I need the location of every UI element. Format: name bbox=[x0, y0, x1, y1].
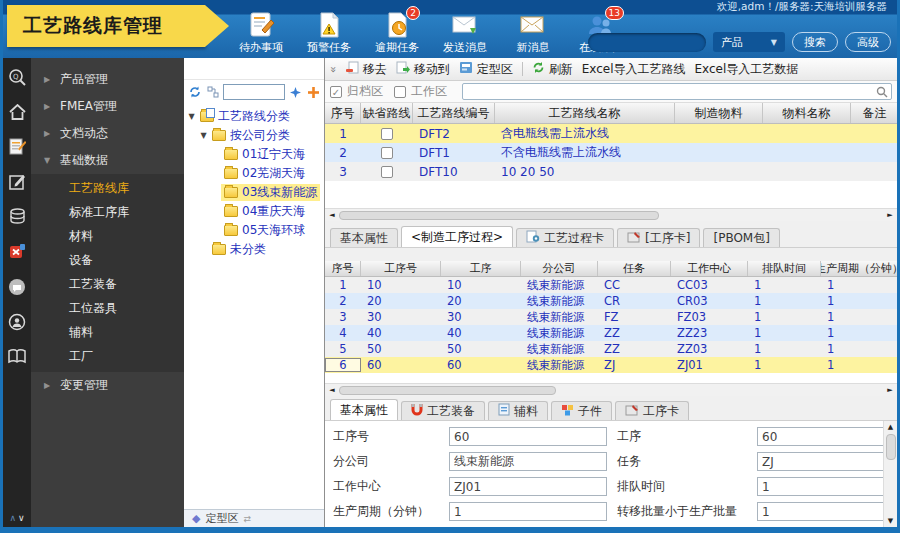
table-row[interactable]: 66060线束新能源ZJZJ0111 bbox=[325, 357, 897, 373]
quick-item-send-message[interactable]: 发送消息 bbox=[439, 12, 491, 55]
sidebar-item-1[interactable]: 标准工序库 bbox=[31, 200, 184, 224]
table-row[interactable]: 2DFT1不含电瓶线需上流水线 bbox=[325, 143, 897, 162]
tab-2[interactable]: 工艺过程卡 bbox=[516, 228, 614, 247]
tab-1[interactable]: <制造工序过程> bbox=[401, 226, 513, 247]
tree-search-blue-button[interactable] bbox=[288, 85, 303, 100]
steps-hscrollbar[interactable]: ◄ ► bbox=[325, 383, 897, 396]
table-row[interactable]: 55050线束新能源ZZZZ0311 bbox=[325, 341, 897, 357]
rail-item-chat[interactable] bbox=[7, 278, 27, 298]
table-row[interactable]: 3DFT1010 20 50 bbox=[325, 162, 897, 181]
field-input-1-0[interactable] bbox=[449, 452, 607, 471]
sidebar-item-5[interactable]: 工位器具 bbox=[31, 296, 184, 320]
tree-node-7[interactable]: 未分类 bbox=[184, 240, 324, 259]
field-input-0-0[interactable] bbox=[449, 427, 607, 446]
quick-item-warning[interactable]: 预警任务 bbox=[303, 12, 355, 55]
tab-4[interactable]: 工序卡 bbox=[615, 401, 689, 420]
sidebar-item-7[interactable]: 工厂 bbox=[31, 344, 184, 368]
tree-node-5[interactable]: 04重庆天海 bbox=[184, 202, 324, 221]
refresh-button[interactable]: 刷新 bbox=[532, 61, 573, 78]
tree-footer-bar[interactable]: ◆ 定型区 ⇄ bbox=[184, 509, 324, 527]
sidebar-item-4[interactable]: 工艺装备 bbox=[31, 272, 184, 296]
quick-item-new-message[interactable]: 新消息 bbox=[507, 12, 559, 55]
scroll-left-icon[interactable]: ◄ bbox=[325, 386, 339, 394]
sidebar-item-6[interactable]: 辅料 bbox=[31, 320, 184, 344]
move-to-button[interactable]: 移动到 bbox=[396, 61, 450, 78]
checkbox-unchecked[interactable] bbox=[394, 86, 406, 98]
field-input-2-0[interactable] bbox=[449, 477, 607, 496]
table-row[interactable]: 33030线束新能源FZFZ0311 bbox=[325, 309, 897, 325]
rail-item-home[interactable] bbox=[7, 103, 27, 123]
quick-item-overdue[interactable]: 2逾期任务 bbox=[371, 12, 423, 55]
field-input-1-1[interactable] bbox=[757, 452, 897, 471]
rail-item-qpm-search[interactable]: Q bbox=[7, 68, 27, 88]
table-row[interactable]: 1DFT2含电瓶线需上流水线 bbox=[325, 124, 897, 143]
table-row[interactable]: 22020线束新能源CRCR0311 bbox=[325, 293, 897, 309]
tree-node-1[interactable]: ▼按公司分类 bbox=[184, 126, 324, 145]
rail-item-database[interactable] bbox=[7, 208, 27, 228]
tab-0[interactable]: 基本属性 bbox=[330, 228, 398, 247]
scrollbar-thumb[interactable] bbox=[886, 434, 896, 460]
tree-node-6[interactable]: 05天海环球 bbox=[184, 221, 324, 240]
chevron-up-icon[interactable]: ∧ bbox=[9, 513, 16, 523]
collapse-toolbar-icon[interactable]: » bbox=[327, 66, 340, 73]
field-input-2-1[interactable] bbox=[757, 477, 897, 496]
tree-filter-input[interactable] bbox=[223, 84, 285, 100]
checkbox-unchecked[interactable] bbox=[381, 147, 393, 159]
checkbox-checked[interactable]: ✓ bbox=[330, 86, 342, 98]
tree-refresh-icon[interactable] bbox=[187, 85, 202, 100]
tab-2[interactable]: 辅料 bbox=[488, 401, 548, 420]
routes-hscrollbar[interactable]: ◄ ► bbox=[325, 208, 897, 221]
tab-3[interactable]: 子件 bbox=[551, 401, 612, 420]
scroll-left-icon[interactable]: ◄ bbox=[325, 211, 339, 219]
tree-add-orange-button[interactable] bbox=[306, 85, 321, 100]
sidebar-group-4[interactable]: ▶变更管理 bbox=[31, 372, 184, 399]
tree-node-4[interactable]: 03线束新能源 bbox=[184, 183, 324, 202]
form-vscrollbar[interactable]: ▲ ▼ bbox=[883, 421, 897, 527]
scroll-up-icon[interactable]: ▲ bbox=[888, 421, 893, 433]
table-search-input[interactable] bbox=[462, 83, 892, 100]
table-row[interactable]: 44040线束新能源ZZZZ2311 bbox=[325, 325, 897, 341]
scroll-right-icon[interactable]: ► bbox=[883, 211, 897, 219]
scrollbar-thumb[interactable] bbox=[339, 211, 659, 220]
rail-item-support[interactable] bbox=[7, 313, 27, 333]
field-input-0-1[interactable] bbox=[757, 427, 897, 446]
scrollbar-thumb[interactable] bbox=[339, 386, 556, 395]
sidebar-group-1[interactable]: ▶FMEA管理 bbox=[31, 93, 184, 120]
table-row[interactable]: 11010线束新能源CCCC0311 bbox=[325, 277, 897, 293]
remove-button[interactable]: 移去 bbox=[346, 61, 387, 78]
rail-item-book[interactable] bbox=[7, 348, 27, 368]
tree-collapse-all-icon[interactable] bbox=[205, 85, 220, 100]
sidebar-item-0[interactable]: 工艺路线库 bbox=[31, 176, 184, 200]
excel-import-data-button[interactable]: Excel导入工艺数据 bbox=[695, 61, 799, 78]
tab-0[interactable]: 基本属性 bbox=[330, 399, 398, 420]
search-category-dropdown[interactable]: 产品 ▼ bbox=[713, 32, 785, 52]
tab-3[interactable]: [工序卡] bbox=[617, 228, 700, 247]
sidebar-group-3[interactable]: ▼基础数据 bbox=[31, 147, 184, 174]
global-search-input[interactable] bbox=[588, 33, 706, 52]
quick-item-todo[interactable]: 待办事项 bbox=[235, 12, 287, 55]
sidebar-item-3[interactable]: 设备 bbox=[31, 248, 184, 272]
scroll-right-icon[interactable]: ► bbox=[883, 386, 897, 394]
panel-toggle-icon[interactable]: ⇄ bbox=[243, 514, 251, 524]
tree-node-2[interactable]: 01辽宁天海 bbox=[184, 145, 324, 164]
tab-1[interactable]: 工艺装备 bbox=[401, 401, 485, 420]
excel-import-route-button[interactable]: Excel导入工艺路线 bbox=[582, 61, 686, 78]
search-button[interactable]: 搜索 bbox=[792, 32, 838, 52]
tree-node-3[interactable]: 02芜湖天海 bbox=[184, 164, 324, 183]
chevron-down-icon[interactable]: ∨ bbox=[18, 513, 25, 523]
sidebar-group-2[interactable]: ▶文档动态 bbox=[31, 120, 184, 147]
sidebar-group-0[interactable]: ▶产品管理 bbox=[31, 66, 184, 93]
finalize-area-button[interactable]: 定型区 bbox=[459, 61, 513, 78]
rail-item-alert[interactable] bbox=[7, 243, 27, 263]
checkbox-unchecked[interactable] bbox=[381, 166, 393, 178]
tab-4[interactable]: [PBOM包] bbox=[703, 228, 779, 247]
field-input-3-0[interactable] bbox=[449, 502, 607, 521]
advanced-search-button[interactable]: 高级 bbox=[845, 32, 891, 52]
checkbox-unchecked[interactable] bbox=[381, 128, 393, 140]
field-input-3-1[interactable] bbox=[757, 502, 897, 521]
rail-item-compose[interactable] bbox=[7, 173, 27, 193]
rail-item-task-list[interactable] bbox=[7, 138, 27, 158]
tree-node-0[interactable]: ▼工艺路线分类 bbox=[184, 107, 324, 126]
sidebar-item-2[interactable]: 材料 bbox=[31, 224, 184, 248]
scroll-down-icon[interactable]: ▼ bbox=[888, 515, 893, 527]
